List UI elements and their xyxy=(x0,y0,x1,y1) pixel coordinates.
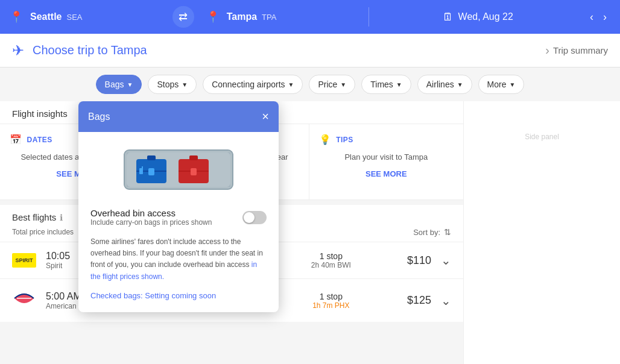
next-date-button[interactable]: › xyxy=(599,8,610,26)
overhead-bin-section: Overhead bin access Include carry-on bag… xyxy=(90,208,267,227)
right-panel: Side panel xyxy=(463,101,620,364)
bags-dropdown-icon: ▼ xyxy=(127,81,133,88)
airlines-dropdown-icon: ▼ xyxy=(457,81,463,88)
checked-bags: Checked bags: Setting coming soon xyxy=(90,291,267,300)
overhead-bin-toggle[interactable] xyxy=(242,211,267,224)
checked-bags-value: Setting coming soon xyxy=(145,291,216,300)
times-dropdown-icon: ▼ xyxy=(396,81,402,88)
date-label: Wed, Aug 22 xyxy=(458,11,513,22)
sub-header: ✈ Choose trip to Tampa › Trip summary xyxy=(0,34,620,67)
filter-bar: Bags ▼ Stops ▼ Connecting airports ▼ Pri… xyxy=(0,67,620,101)
modal-overlay: Bags × xyxy=(0,101,463,364)
bags-modal-header: Bags × xyxy=(78,101,279,132)
swap-icon: ⇄ xyxy=(179,10,188,24)
svg-rect-3 xyxy=(147,155,156,160)
bags-filter-button[interactable]: Bags ▼ xyxy=(96,75,142,94)
overhead-bin-subtitle: Include carry-on bags in prices shown xyxy=(90,218,212,227)
airlines-filter-label: Airlines xyxy=(426,80,454,89)
overhead-bin-svg xyxy=(118,144,239,198)
overhead-bin-text: Overhead bin access Include carry-on bag… xyxy=(90,208,212,227)
trip-summary-button[interactable]: › Trip summary xyxy=(545,43,608,57)
bags-modal-body: Overhead bin access Include carry-on bag… xyxy=(78,132,279,312)
overhead-bin-header: Overhead bin access Include carry-on bag… xyxy=(90,208,267,227)
right-panel-placeholder: Side panel xyxy=(471,133,613,141)
toggle-thumb xyxy=(244,212,255,223)
bags-modal-title: Bags xyxy=(88,111,110,122)
connecting-airports-filter-button[interactable]: Connecting airports ▼ xyxy=(203,75,303,94)
chevron-right-icon: › xyxy=(545,43,549,57)
trip-summary-label: Trip summary xyxy=(553,45,608,55)
trip-title: Choose trip to Tampa xyxy=(33,43,545,57)
times-filter-label: Times xyxy=(370,80,393,89)
destination-location[interactable]: Tampa TPA xyxy=(227,11,362,22)
price-dropdown-icon: ▼ xyxy=(340,81,346,88)
more-dropdown-icon: ▼ xyxy=(509,81,515,88)
origin-code: SEA xyxy=(66,13,82,22)
calendar-icon: 🗓 xyxy=(443,11,454,24)
connecting-airports-dropdown-icon: ▼ xyxy=(288,81,294,88)
prev-date-button[interactable]: ‹ xyxy=(586,8,597,26)
plane-icon: ✈ xyxy=(12,42,24,59)
price-filter-button[interactable]: Price ▼ xyxy=(309,75,355,94)
destination-city: Tampa xyxy=(227,11,257,22)
checked-bags-label: Checked bags: xyxy=(90,291,143,300)
date-selector[interactable]: 🗓 Wed, Aug 22 xyxy=(376,11,579,24)
origin-location[interactable]: Seattle SEA xyxy=(30,11,165,22)
origin-city: Seattle xyxy=(30,11,62,22)
bags-modal-description: Some airlines' fares don't include acces… xyxy=(90,236,267,283)
bags-illustration xyxy=(90,132,267,208)
bags-modal: Bags × xyxy=(78,101,279,312)
stops-dropdown-icon: ▼ xyxy=(182,81,188,88)
price-filter-label: Price xyxy=(318,80,337,89)
bags-filter-label: Bags xyxy=(105,80,124,89)
header-divider xyxy=(369,7,369,27)
more-filter-label: More xyxy=(487,80,507,89)
svg-rect-11 xyxy=(142,166,143,170)
airlines-filter-button[interactable]: Airlines ▼ xyxy=(417,75,472,94)
connecting-airports-label: Connecting airports xyxy=(212,80,285,89)
stops-filter-button[interactable]: Stops ▼ xyxy=(148,75,197,94)
svg-rect-5 xyxy=(148,168,154,175)
main-header: 📍 Seattle SEA ⇄ 📍 Tampa TPA 🗓 Wed, Aug 2… xyxy=(0,0,620,34)
times-filter-button[interactable]: Times ▼ xyxy=(361,75,411,94)
svg-rect-9 xyxy=(191,168,197,175)
svg-rect-7 xyxy=(189,155,198,160)
left-panel: Flight insights 📅 DATES Selected dates a… xyxy=(0,101,463,364)
overhead-bin-link[interactable]: in the flight prices shown. xyxy=(90,260,257,280)
swap-button[interactable]: ⇄ xyxy=(172,6,194,28)
overhead-bin-title: Overhead bin access xyxy=(90,208,212,218)
stops-filter-label: Stops xyxy=(157,80,179,89)
destination-code: TPA xyxy=(262,13,276,22)
origin-pin-icon: 📍 xyxy=(10,10,23,24)
main-content: Flight insights 📅 DATES Selected dates a… xyxy=(0,101,620,364)
more-filter-button[interactable]: More ▼ xyxy=(478,75,525,94)
dest-pin-icon: 📍 xyxy=(206,10,220,24)
bags-modal-close-button[interactable]: × xyxy=(262,110,269,124)
date-nav: ‹ › xyxy=(586,8,610,26)
